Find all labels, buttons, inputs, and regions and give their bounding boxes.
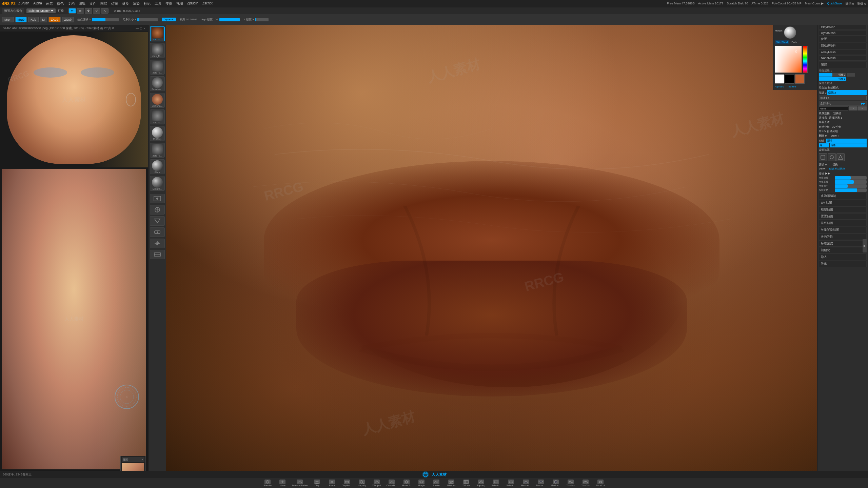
arraymesh-btn[interactable]: ArrayMesh bbox=[819, 49, 867, 55]
tool-smooth-flatten[interactable]: Smooth Flatten bbox=[291, 479, 309, 487]
draw-mode-btn[interactable]: ✏ bbox=[68, 8, 76, 14]
nav-icon-5[interactable] bbox=[150, 239, 165, 248]
menu-render[interactable]: 渲染 bbox=[133, 1, 140, 6]
end-select-blue-btn[interactable]: 端选 2 bbox=[827, 90, 867, 95]
tool-mask3[interactable]: Maskie... bbox=[549, 479, 563, 487]
end-select-label-btn[interactable]: 端选 bbox=[830, 143, 867, 147]
morph-sphere[interactable] bbox=[784, 26, 796, 39]
rotate-btn[interactable]: ↺ bbox=[93, 8, 100, 14]
mesh-regularity-btn[interactable]: 网格规整性 bbox=[819, 43, 867, 49]
vector-disp-header[interactable]: 矢量置换贴图 bbox=[819, 227, 867, 233]
end-select-small-btn[interactable]: 端 bbox=[819, 143, 829, 147]
dots-btn[interactable]: Dots bbox=[790, 40, 798, 44]
anisotropy-header[interactable]: 各向异性 bbox=[819, 233, 867, 240]
close-btn[interactable]: × bbox=[143, 27, 145, 30]
maximize-btn[interactable]: □ bbox=[140, 27, 142, 30]
subtool-master-btn[interactable]: SubTool Master ▼ bbox=[26, 8, 56, 13]
color-spectrum-bar[interactable] bbox=[803, 46, 808, 73]
tool-mask2[interactable]: Maska... bbox=[534, 479, 548, 487]
zsub-btn[interactable]: ZSub bbox=[62, 17, 74, 22]
brush-item-matcap[interactable]: MatCap bbox=[150, 126, 165, 141]
tool-snake[interactable]: Snake bbox=[430, 479, 443, 487]
menu-document[interactable]: 文档 bbox=[68, 1, 75, 6]
brush-item-2[interactable]: zbro_M... bbox=[150, 43, 165, 58]
name-arrow-btn[interactable]: → bbox=[858, 106, 867, 110]
scroll-right-btn[interactable]: ▶ bbox=[863, 239, 867, 252]
menu-file[interactable]: 文件 bbox=[90, 1, 96, 6]
position-btn[interactable]: 位置 bbox=[819, 36, 867, 42]
menu-layer[interactable]: 图层 bbox=[100, 1, 107, 6]
full-subdivide-btn[interactable]: 全部细化 ▶▶ bbox=[819, 101, 867, 106]
smooth-btn[interactable]: ≋ bbox=[77, 8, 84, 14]
tool-slicecut[interactable]: SliceCut bbox=[594, 479, 607, 487]
placement-map-header[interactable]: 置置贴图 bbox=[819, 213, 867, 220]
project-support-slider[interactable] bbox=[835, 188, 867, 192]
menu-zbrush[interactable]: ZBrush bbox=[18, 1, 29, 6]
tool-movetc[interactable]: Move Tc bbox=[400, 479, 413, 487]
tool-trimcur[interactable]: TrimCur bbox=[579, 479, 592, 487]
zadd-btn[interactable]: ZAdd bbox=[48, 17, 61, 22]
menu-transform[interactable]: 变换 bbox=[165, 1, 172, 6]
menu-color[interactable]: 颜色 bbox=[57, 1, 64, 6]
rgb-btn[interactable]: Rgb bbox=[28, 17, 39, 22]
preset-blend-label[interactable]: 预置布尔混合 bbox=[2, 8, 24, 14]
brush-item-metal[interactable]: Metal0... bbox=[150, 176, 165, 191]
menu-alpha[interactable]: Alpha bbox=[33, 1, 42, 6]
move-btn[interactable]: ✥ bbox=[85, 8, 92, 14]
tool-zmode[interactable]: ZMode bbox=[459, 479, 473, 487]
lamp-label[interactable]: 灯椅 bbox=[58, 9, 64, 13]
menu-view[interactable]: 视图 bbox=[176, 1, 183, 6]
menu-brush[interactable]: 画笔 bbox=[46, 1, 53, 6]
brush-item-basicmat[interactable]: BasicMa... bbox=[150, 76, 165, 91]
active-brush-item[interactable]: zbro_c... bbox=[150, 26, 165, 41]
skinshadow-btn[interactable]: SkinShad bbox=[775, 40, 789, 44]
tool-morph[interactable]: Morph bbox=[415, 479, 428, 487]
nav-icon-4[interactable] bbox=[150, 227, 165, 237]
transform-size-slider[interactable] bbox=[835, 184, 867, 188]
menu-zplugin[interactable]: Zplugin bbox=[187, 1, 198, 6]
initialize-header[interactable]: 初始化 bbox=[819, 247, 867, 253]
reference-top-image[interactable]: 人人素材 RRCG bbox=[0, 32, 148, 167]
menu-mark[interactable]: 标记 bbox=[144, 1, 151, 6]
minimize-btn[interactable]: — bbox=[136, 27, 139, 30]
name-confirm-btn[interactable]: ✓ bbox=[849, 106, 857, 110]
icon-btn-3[interactable] bbox=[836, 153, 845, 161]
import-header[interactable]: 导入 bbox=[819, 254, 867, 260]
dynamic-label[interactable]: Dynamic bbox=[162, 18, 176, 21]
export-header[interactable]: 导出 bbox=[819, 261, 867, 267]
nav-icon-6[interactable] bbox=[150, 250, 165, 259]
brush-item-7[interactable]: zbro_c... bbox=[150, 143, 165, 158]
quick-save-btn[interactable]: QuickSave bbox=[827, 2, 842, 6]
transform-height-slider[interactable] bbox=[835, 180, 867, 184]
mirror-clock-blue-btn[interactable]: 副钟 bbox=[826, 139, 867, 143]
tool-zraines[interactable]: ZRaines bbox=[445, 479, 458, 487]
mrph-btn[interactable]: Mrph bbox=[2, 17, 14, 22]
tool-mask1[interactable]: Maskie... bbox=[519, 479, 533, 487]
swatch-skin[interactable] bbox=[795, 74, 805, 84]
icon-btn-1[interactable] bbox=[819, 153, 827, 161]
tool-select2[interactable]: Selecti... bbox=[504, 479, 518, 487]
transform-speed-slider[interactable] bbox=[835, 176, 867, 180]
layer-slider-bar-1[interactable]: 强度 0 bbox=[819, 73, 846, 77]
back-mask-label[interactable]: 背面遮罩 bbox=[819, 148, 867, 152]
swatch-white[interactable] bbox=[775, 74, 784, 84]
brush-item-blinn[interactable]: Blinn bbox=[150, 159, 165, 174]
uv-map-header[interactable]: UV 贴图 bbox=[819, 200, 867, 206]
standard-skin-header[interactable]: 标准蒙皮 bbox=[819, 240, 867, 247]
create-diff-mesh-btn[interactable]: 创建差别网格 bbox=[829, 167, 845, 171]
calibrate-map-header[interactable]: 校整贴图 bbox=[819, 206, 867, 213]
layer-slider-bar-2[interactable]: 强度 1 bbox=[819, 77, 846, 81]
scale-btn[interactable]: ⤡ bbox=[101, 8, 108, 14]
alpha-label[interactable]: Alpha 0 bbox=[775, 85, 784, 88]
tool-pinch[interactable]: Pinch bbox=[325, 479, 339, 487]
tool-trimlas[interactable]: TrimLas bbox=[564, 479, 577, 487]
swatch-black[interactable] bbox=[785, 74, 794, 84]
nav-icon-1[interactable] bbox=[150, 194, 165, 203]
brush-item-skinsha[interactable]: SkinSha... bbox=[150, 93, 165, 108]
brush-item-5[interactable]: zbro_c... bbox=[150, 109, 165, 124]
tool-magnify[interactable]: Magnify bbox=[355, 479, 369, 487]
layer-plus-btn[interactable]: + bbox=[847, 73, 855, 77]
tool-zproject[interactable]: ZProject bbox=[370, 479, 383, 487]
tool-standar[interactable]: Standar bbox=[261, 479, 274, 487]
m-btn[interactable]: M bbox=[40, 17, 47, 22]
